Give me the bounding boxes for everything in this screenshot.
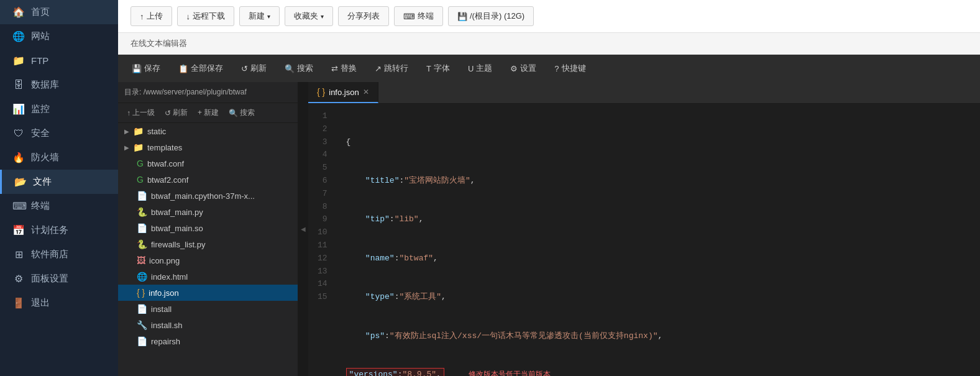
sidebar-item-panelsettings[interactable]: ⚙ 面板设置 [0, 267, 118, 291]
sidebar-item-terminal-label: 终端 [31, 200, 50, 212]
so-file-icon: 📄 [137, 223, 147, 233]
sidebar-item-logout[interactable]: 🚪 退出 [0, 291, 118, 315]
tree-up-button[interactable]: ↑ 上一级 [124, 106, 157, 119]
list-item[interactable]: G btwaf.conf [118, 155, 298, 172]
font-button[interactable]: T 字体 [419, 60, 457, 77]
new-button[interactable]: 新建 ▾ [239, 6, 280, 26]
font-icon: T [426, 64, 431, 73]
list-item[interactable]: 📄 install [118, 301, 298, 317]
config-file-icon: G [137, 158, 144, 168]
file-tree-toolbar: ↑ 上一级 ↺ 刷新 + 新建 🔍 搜索 [118, 103, 298, 123]
list-item[interactable]: 🐍 btwaf_main.py [118, 204, 298, 220]
home-icon: 🏠 [12, 6, 25, 18]
tab-info-json[interactable]: { } info.json ✕ [308, 82, 378, 103]
logout-icon: 🚪 [12, 297, 25, 309]
ftp-icon: 📁 [12, 55, 25, 66]
favorites-button[interactable]: 收藏夹 ▾ [285, 6, 333, 26]
theme-icon: U [468, 64, 474, 73]
list-item[interactable]: 🐍 firewalls_list.py [118, 236, 298, 252]
code-content[interactable]: { "title":"宝塔网站防火墙", "tip":"lib", "name"… [334, 104, 980, 376]
upload-button[interactable]: ↑ 上传 [131, 6, 172, 26]
sidebar-item-security[interactable]: 🛡 安全 [0, 121, 118, 145]
editor-wrapper: 💾 保存 📋 全部保存 ↺ 刷新 🔍 搜索 ⇄ 替换 ↗ 跳转行 [118, 55, 980, 376]
list-item[interactable]: 📄 btwaf_main.so [118, 220, 298, 236]
theme-button[interactable]: U 主题 [460, 60, 500, 77]
sidebar-item-appstore-label: 软件商店 [31, 249, 68, 260]
code-editor[interactable]: 1 2 3 4 5 6 7 8 9 10 11 12 13 14 [308, 104, 980, 376]
tree-search-button[interactable]: 🔍 搜索 [226, 106, 257, 119]
list-item[interactable]: 📄 btwaf_main.cpython-37m-x... [118, 188, 298, 204]
list-item[interactable]: 🌐 index.html [118, 268, 298, 285]
html-file-icon: 🌐 [137, 272, 147, 282]
save-all-icon: 📋 [178, 64, 188, 73]
sidebar-item-terminal[interactable]: ⌨ 终端 [0, 194, 118, 218]
sidebar-item-monitor[interactable]: 📊 监控 [0, 97, 118, 121]
sidebar-item-website-label: 网站 [31, 30, 50, 42]
settings-button[interactable]: ⚙ 设置 [503, 60, 544, 77]
database-icon: 🗄 [12, 80, 25, 91]
list-item[interactable]: 🔧 install.sh [118, 317, 298, 333]
editor-main: 目录: /www/server/panel/plugin/btwaf ↑ 上一级… [118, 82, 980, 376]
tree-refresh-button[interactable]: ↺ 刷新 [162, 106, 190, 119]
sidebar-item-panelsettings-label: 面板设置 [31, 273, 68, 285]
sh-file-icon: 🔧 [137, 320, 147, 330]
editor-toolbar: 💾 保存 📋 全部保存 ↺ 刷新 🔍 搜索 ⇄ 替换 ↗ 跳转行 [118, 55, 980, 82]
list-item[interactable]: { } info.json [118, 285, 298, 301]
sidebar-item-website[interactable]: 🌐 网站 [0, 24, 118, 48]
warning-text: 修改版本号低于当前版本 [451, 369, 551, 376]
store-icon: ⊞ [12, 249, 25, 260]
globe-icon: 🌐 [12, 30, 25, 42]
firewall-icon: 🔥 [12, 152, 25, 163]
terminal-button[interactable]: ⌨ 终端 [394, 6, 443, 26]
tree-new-button[interactable]: + 新建 [195, 106, 221, 119]
shield-icon: 🛡 [12, 128, 25, 139]
share-list-button[interactable]: 分享列表 [338, 6, 389, 26]
sidebar-item-home[interactable]: 🏠 首页 [0, 0, 118, 24]
folder-icon: 📁 [133, 142, 144, 152]
search-icon: 🔍 [285, 64, 295, 73]
json-file-icon: { } [137, 288, 145, 298]
list-item[interactable]: G btwaf2.conf [118, 172, 298, 188]
shortcuts-button[interactable]: ? 快捷键 [547, 60, 593, 77]
download-icon: ↓ [186, 12, 191, 21]
shortcuts-icon: ? [554, 64, 559, 73]
chevron-down-icon: ▾ [267, 13, 270, 20]
sidebar-item-scheduler-label: 计划任务 [31, 224, 68, 236]
list-item[interactable]: ▶ 📁 static [118, 123, 298, 139]
sidebar-item-appstore[interactable]: ⊞ 软件商店 [0, 242, 118, 267]
list-item[interactable]: 📄 repairsh [118, 333, 298, 349]
replace-button[interactable]: ⇄ 替换 [324, 60, 364, 77]
image-file-icon: 🖼 [137, 255, 145, 265]
list-item[interactable]: 🖼 icon.png [118, 252, 298, 268]
file-icon: 📄 [137, 304, 147, 314]
fm-header: 在线文本编辑器 [118, 33, 980, 55]
file-tree-content: ▶ 📁 static ▶ 📁 templates G btwaf.co [118, 123, 298, 376]
calendar-icon: 📅 [12, 224, 25, 236]
save-button[interactable]: 💾 保存 [124, 60, 168, 77]
sidebar-item-firewall[interactable]: 🔥 防火墙 [0, 145, 118, 170]
tree-collapse-handle[interactable]: ◀ [298, 82, 308, 376]
sidebar-item-firewall-label: 防火墙 [31, 152, 59, 163]
root-disk-button[interactable]: 💾 /(根目录) (12G) [448, 6, 534, 26]
goto-icon: ↗ [375, 64, 382, 73]
sidebar-item-scheduler[interactable]: 📅 计划任务 [0, 218, 118, 242]
refresh-icon: ↺ [241, 64, 248, 73]
sidebar-item-files[interactable]: 📂 文件 [0, 170, 118, 194]
python-file-icon: 🐍 [137, 239, 147, 249]
settings-icon: ⚙ [510, 64, 518, 73]
refresh-button[interactable]: ↺ 刷新 [234, 60, 274, 77]
tab-close-button[interactable]: ✕ [363, 88, 369, 96]
sidebar-item-database[interactable]: 🗄 数据库 [0, 73, 118, 97]
up-arrow-icon: ↑ [127, 109, 131, 117]
disk-icon: 💾 [457, 12, 467, 21]
sidebar-item-security-label: 安全 [31, 127, 50, 139]
save-all-button[interactable]: 📋 全部保存 [171, 60, 231, 77]
remote-download-button[interactable]: ↓ 远程下载 [177, 6, 235, 26]
list-item[interactable]: ▶ 📁 templates [118, 139, 298, 155]
chevron-right-icon: ▶ [124, 128, 129, 135]
goto-button[interactable]: ↗ 跳转行 [367, 60, 416, 77]
search-button[interactable]: 🔍 搜索 [277, 60, 321, 77]
sidebar-item-ftp[interactable]: 📁 FTP [0, 48, 118, 73]
sidebar-item-ftp-label: FTP [31, 55, 48, 66]
sidebar-item-database-label: 数据库 [31, 79, 59, 91]
